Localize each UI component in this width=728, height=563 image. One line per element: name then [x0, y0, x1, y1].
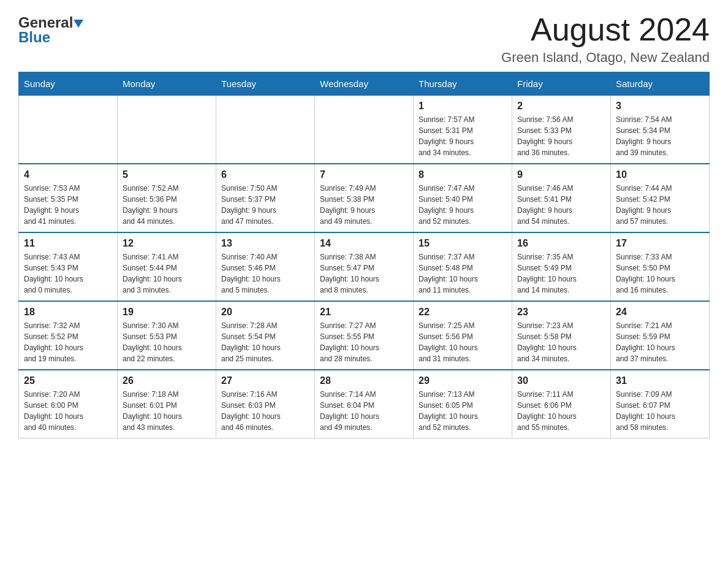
calendar-cell: 23Sunrise: 7:23 AMSunset: 5:58 PMDayligh… [512, 301, 611, 370]
day-number: 17 [616, 238, 704, 249]
day-info: Sunrise: 7:18 AMSunset: 6:01 PMDaylight:… [123, 389, 211, 433]
day-info: Sunrise: 7:54 AMSunset: 5:34 PMDaylight:… [616, 114, 704, 158]
day-number: 22 [419, 307, 507, 318]
day-number: 27 [221, 375, 309, 386]
calendar-cell: 8Sunrise: 7:47 AMSunset: 5:40 PMDaylight… [414, 164, 512, 232]
day-info: Sunrise: 7:41 AMSunset: 5:44 PMDaylight:… [123, 251, 211, 296]
day-number: 21 [320, 307, 408, 318]
calendar-week-row: 18Sunrise: 7:32 AMSunset: 5:52 PMDayligh… [19, 301, 710, 370]
day-number: 8 [419, 169, 507, 180]
day-number: 12 [123, 238, 211, 249]
calendar-cell: 18Sunrise: 7:32 AMSunset: 5:52 PMDayligh… [19, 301, 118, 370]
calendar-cell: 5Sunrise: 7:52 AMSunset: 5:36 PMDaylight… [118, 164, 216, 232]
day-number: 1 [419, 101, 507, 112]
day-number: 6 [221, 169, 309, 180]
month-title: August 2024 [501, 12, 710, 47]
day-number: 13 [221, 238, 309, 249]
day-info: Sunrise: 7:33 AMSunset: 5:50 PMDaylight:… [616, 251, 704, 296]
day-number: 18 [24, 307, 112, 318]
calendar-week-row: 25Sunrise: 7:20 AMSunset: 6:00 PMDayligh… [19, 370, 710, 439]
calendar-cell: 16Sunrise: 7:35 AMSunset: 5:49 PMDayligh… [512, 232, 611, 301]
day-info: Sunrise: 7:38 AMSunset: 5:47 PMDaylight:… [320, 251, 408, 296]
calendar-cell: 31Sunrise: 7:09 AMSunset: 6:07 PMDayligh… [611, 370, 710, 439]
calendar-cell [118, 96, 216, 164]
weekday-header-saturday: Saturday [611, 72, 710, 96]
day-number: 3 [616, 101, 704, 112]
location-subtitle: Green Island, Otago, New Zealand [501, 50, 710, 66]
day-number: 2 [517, 101, 605, 112]
day-info: Sunrise: 7:30 AMSunset: 5:53 PMDaylight:… [123, 320, 211, 364]
day-number: 29 [419, 375, 507, 386]
day-info: Sunrise: 7:47 AMSunset: 5:40 PMDaylight:… [419, 183, 507, 227]
day-number: 11 [24, 238, 112, 249]
calendar-cell: 3Sunrise: 7:54 AMSunset: 5:34 PMDaylight… [611, 96, 710, 164]
calendar-cell: 15Sunrise: 7:37 AMSunset: 5:48 PMDayligh… [414, 232, 512, 301]
day-info: Sunrise: 7:09 AMSunset: 6:07 PMDaylight:… [616, 389, 704, 433]
day-info: Sunrise: 7:44 AMSunset: 5:42 PMDaylight:… [616, 183, 704, 227]
weekday-header-sunday: Sunday [19, 72, 118, 96]
calendar-cell: 29Sunrise: 7:13 AMSunset: 6:05 PMDayligh… [414, 370, 512, 439]
day-info: Sunrise: 7:25 AMSunset: 5:56 PMDaylight:… [419, 320, 507, 364]
day-info: Sunrise: 7:16 AMSunset: 6:03 PMDaylight:… [221, 389, 309, 433]
day-info: Sunrise: 7:21 AMSunset: 5:59 PMDaylight:… [616, 320, 704, 364]
calendar-cell: 19Sunrise: 7:30 AMSunset: 5:53 PMDayligh… [118, 301, 216, 370]
day-number: 14 [320, 238, 408, 249]
calendar-cell: 6Sunrise: 7:50 AMSunset: 5:37 PMDaylight… [216, 164, 315, 232]
calendar-cell: 17Sunrise: 7:33 AMSunset: 5:50 PMDayligh… [611, 232, 710, 301]
day-number: 10 [616, 169, 704, 180]
calendar-cell: 10Sunrise: 7:44 AMSunset: 5:42 PMDayligh… [611, 164, 710, 232]
weekday-header-thursday: Thursday [414, 72, 512, 96]
calendar-table: SundayMondayTuesdayWednesdayThursdayFrid… [18, 72, 710, 439]
calendar-cell: 22Sunrise: 7:25 AMSunset: 5:56 PMDayligh… [414, 301, 512, 370]
day-number: 20 [221, 307, 309, 318]
calendar-cell [19, 96, 118, 164]
calendar-cell: 11Sunrise: 7:43 AMSunset: 5:43 PMDayligh… [19, 232, 118, 301]
day-info: Sunrise: 7:32 AMSunset: 5:52 PMDaylight:… [24, 320, 112, 364]
page-header: General Blue August 2024 Green Island, O… [18, 12, 710, 66]
calendar-week-row: 1Sunrise: 7:57 AMSunset: 5:31 PMDaylight… [19, 96, 710, 164]
header-right: August 2024 Green Island, Otago, New Zea… [501, 12, 710, 66]
day-number: 25 [24, 375, 112, 386]
weekday-header-row: SundayMondayTuesdayWednesdayThursdayFrid… [19, 72, 710, 96]
calendar-cell: 12Sunrise: 7:41 AMSunset: 5:44 PMDayligh… [118, 232, 216, 301]
day-number: 4 [24, 169, 112, 180]
day-info: Sunrise: 7:57 AMSunset: 5:31 PMDaylight:… [419, 114, 507, 158]
day-number: 19 [123, 307, 211, 318]
calendar-cell [315, 96, 414, 164]
day-number: 31 [616, 375, 704, 386]
day-number: 26 [123, 375, 211, 386]
calendar-cell: 26Sunrise: 7:18 AMSunset: 6:01 PMDayligh… [118, 370, 216, 439]
calendar-cell: 24Sunrise: 7:21 AMSunset: 5:59 PMDayligh… [611, 301, 710, 370]
day-info: Sunrise: 7:56 AMSunset: 5:33 PMDaylight:… [517, 114, 605, 158]
calendar-week-row: 11Sunrise: 7:43 AMSunset: 5:43 PMDayligh… [19, 232, 710, 301]
calendar-cell: 25Sunrise: 7:20 AMSunset: 6:00 PMDayligh… [19, 370, 118, 439]
day-info: Sunrise: 7:37 AMSunset: 5:48 PMDaylight:… [419, 251, 507, 296]
logo-general-text: General [18, 15, 73, 30]
day-info: Sunrise: 7:11 AMSunset: 6:06 PMDaylight:… [517, 389, 605, 433]
calendar-cell: 27Sunrise: 7:16 AMSunset: 6:03 PMDayligh… [216, 370, 315, 439]
logo-triangle-icon [74, 20, 83, 28]
weekday-header-tuesday: Tuesday [216, 72, 315, 96]
day-number: 7 [320, 169, 408, 180]
day-number: 5 [123, 169, 211, 180]
day-info: Sunrise: 7:50 AMSunset: 5:37 PMDaylight:… [221, 183, 309, 227]
calendar-cell: 21Sunrise: 7:27 AMSunset: 5:55 PMDayligh… [315, 301, 414, 370]
day-info: Sunrise: 7:40 AMSunset: 5:46 PMDaylight:… [221, 251, 309, 296]
day-number: 15 [419, 238, 507, 249]
day-info: Sunrise: 7:20 AMSunset: 6:00 PMDaylight:… [24, 389, 112, 433]
weekday-header-monday: Monday [118, 72, 216, 96]
day-info: Sunrise: 7:28 AMSunset: 5:54 PMDaylight:… [221, 320, 309, 364]
day-info: Sunrise: 7:23 AMSunset: 5:58 PMDaylight:… [517, 320, 605, 364]
calendar-cell: 28Sunrise: 7:14 AMSunset: 6:04 PMDayligh… [315, 370, 414, 439]
day-info: Sunrise: 7:46 AMSunset: 5:41 PMDaylight:… [517, 183, 605, 227]
calendar-week-row: 4Sunrise: 7:53 AMSunset: 5:35 PMDaylight… [19, 164, 710, 232]
calendar-cell: 4Sunrise: 7:53 AMSunset: 5:35 PMDaylight… [19, 164, 118, 232]
logo: General Blue [18, 12, 83, 46]
day-number: 28 [320, 375, 408, 386]
calendar-cell [216, 96, 315, 164]
calendar-cell: 20Sunrise: 7:28 AMSunset: 5:54 PMDayligh… [216, 301, 315, 370]
calendar-cell: 30Sunrise: 7:11 AMSunset: 6:06 PMDayligh… [512, 370, 611, 439]
weekday-header-friday: Friday [512, 72, 611, 96]
day-info: Sunrise: 7:52 AMSunset: 5:36 PMDaylight:… [123, 183, 211, 227]
day-number: 24 [616, 307, 704, 318]
